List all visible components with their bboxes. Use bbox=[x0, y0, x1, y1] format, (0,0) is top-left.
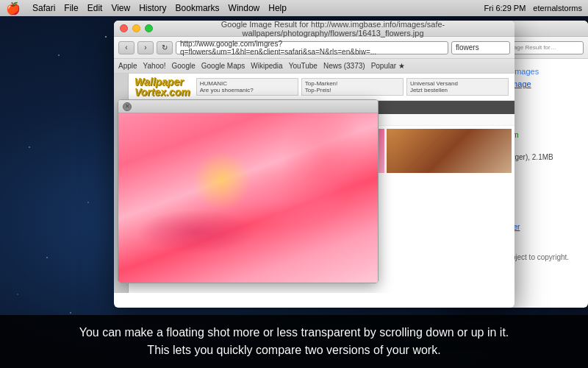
thumb-image-3 bbox=[387, 129, 512, 173]
caption-line1: You can make a floating shot more or les… bbox=[79, 326, 509, 339]
browser-titlebar: Google Image Result for http://www.imgba… bbox=[114, 21, 514, 37]
menubar-bookmarks[interactable]: Bookmarks bbox=[176, 3, 220, 13]
apple-menu-icon[interactable]: 🍎 bbox=[6, 1, 21, 15]
floating-flower-image bbox=[118, 113, 378, 283]
bookmark-maps[interactable]: Google Maps bbox=[201, 62, 245, 70]
bookmark-popular[interactable]: Popular ★ bbox=[371, 62, 405, 70]
caption-line2: This lets you quickly compare two versio… bbox=[147, 344, 440, 356]
back-button[interactable]: ‹ bbox=[118, 41, 135, 54]
address-bar[interactable]: http://www.google.com/imgres?q=flowers&u… bbox=[176, 41, 448, 54]
flower-petal-detail bbox=[118, 113, 378, 283]
caption-bar: You can make a floating shot more or les… bbox=[0, 315, 588, 368]
floating-titlebar: ✕ bbox=[118, 100, 378, 113]
menubar-user: eternalstorms bbox=[533, 4, 582, 13]
bookmark-wikipedia[interactable]: Wikipedia bbox=[251, 62, 282, 70]
menubar-help[interactable]: Help bbox=[268, 3, 287, 13]
menubar-file[interactable]: File bbox=[64, 3, 78, 13]
bookmark-news[interactable]: News (3373) bbox=[323, 62, 365, 70]
floating-window: ✕ bbox=[118, 99, 379, 283]
browser-window: Google Image Result for http://www.imgba… bbox=[114, 21, 514, 308]
ad-box-3: Universal VersandJetzt bestellen bbox=[406, 78, 509, 96]
thumb-3[interactable] bbox=[387, 129, 512, 173]
caption-text: You can make a floating shot more or les… bbox=[79, 324, 509, 359]
bookmark-youtube[interactable]: YouTube bbox=[289, 62, 318, 70]
site-header: Wallpaper Vortex.com HUMANICAre you shoe… bbox=[129, 74, 514, 101]
bookmarks-bar: Apple Yahoo! Google Google Maps Wikipedi… bbox=[114, 59, 514, 74]
menubar-history[interactable]: History bbox=[139, 3, 166, 13]
bookmark-yahoo[interactable]: Yahoo! bbox=[143, 62, 166, 70]
forward-button[interactable]: › bbox=[137, 41, 154, 54]
window-minimize-button[interactable] bbox=[132, 24, 140, 32]
site-logo-text: Wallpaper Vortex.com bbox=[135, 77, 190, 97]
reload-button[interactable]: ↻ bbox=[157, 41, 173, 54]
ad-box-1: HUMANICAre you shoemanic? bbox=[196, 78, 298, 96]
search-bar[interactable]: flowers bbox=[451, 41, 510, 54]
menubar-left: 🍎 Safari File Edit View History Bookmark… bbox=[6, 1, 287, 15]
menubar: 🍎 Safari File Edit View History Bookmark… bbox=[0, 0, 588, 16]
bookmark-google[interactable]: Google bbox=[172, 62, 196, 70]
browser-title: Google Image Result for http://www.imgba… bbox=[157, 21, 509, 38]
menubar-safari[interactable]: Safari bbox=[32, 3, 55, 13]
floating-image-area[interactable] bbox=[118, 113, 378, 283]
menubar-right: Fri 6:29 PM eternalstorms bbox=[484, 4, 583, 13]
window-maximize-button[interactable] bbox=[145, 24, 153, 32]
menubar-time: Fri 6:29 PM bbox=[484, 4, 526, 13]
ad-box-2: Top-Marken!Top-Preis! bbox=[301, 78, 404, 96]
site-logo: Wallpaper Vortex.com bbox=[135, 77, 190, 97]
menubar-view[interactable]: View bbox=[111, 3, 130, 13]
menubar-edit[interactable]: Edit bbox=[87, 3, 103, 13]
floating-close-button[interactable]: ✕ bbox=[123, 102, 132, 111]
bookmark-apple[interactable]: Apple bbox=[118, 62, 137, 70]
header-ads: HUMANICAre you shoemanic? Top-Marken!Top… bbox=[196, 78, 509, 96]
menubar-window[interactable]: Window bbox=[229, 3, 260, 13]
browser-content: Wallpaper Vortex.com HUMANICAre you shoe… bbox=[114, 74, 514, 293]
browser-toolbar: ‹ › ↻ http://www.google.com/imgres?q=flo… bbox=[114, 37, 514, 59]
window-close-button[interactable] bbox=[120, 24, 128, 32]
